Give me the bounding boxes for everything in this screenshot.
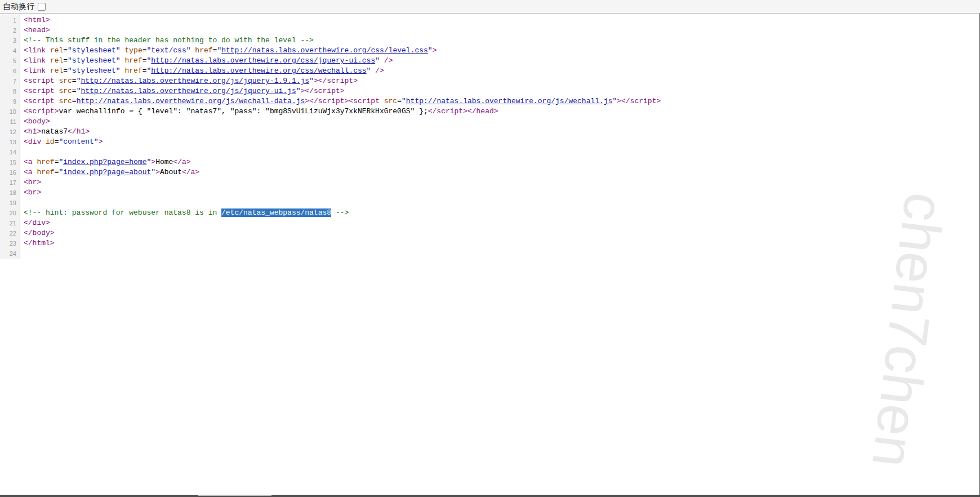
line-number: 4 — [0, 46, 20, 56]
source-line-code: <link rel="stylesheet" type="text/css" h… — [20, 46, 436, 56]
line-number: 24 — [0, 248, 20, 259]
source-line: 23</html> — [0, 238, 980, 248]
line-number: 15 — [0, 157, 20, 167]
source-line: 10<script>var wechallinfo = { "level": "… — [0, 106, 980, 117]
source-token: <h1> — [24, 127, 41, 136]
source-token: src — [59, 87, 72, 95]
line-number: 19 — [0, 198, 20, 208]
source-token — [380, 56, 384, 65]
source-token — [46, 46, 50, 55]
source-token: = — [72, 77, 77, 85]
source-line-code: <script src="http://natas.labs.overthewi… — [20, 76, 358, 86]
source-token: "content" — [59, 137, 98, 146]
wrap-label: 自动换行 — [3, 2, 34, 12]
source-token: " — [309, 77, 314, 85]
source-line-code: <br> — [20, 178, 41, 188]
source-token: <script — [24, 97, 55, 105]
source-token: = — [142, 66, 147, 75]
source-line-code: <script>var wechallinfo = { "level": "na… — [20, 106, 498, 117]
source-link[interactable]: http://natas.labs.overthewire.org/js/wec… — [406, 97, 613, 105]
wrap-checkbox[interactable] — [38, 3, 46, 11]
source-token: ></script><script — [305, 97, 380, 105]
source-token: = — [63, 46, 68, 55]
source-line: 4<link rel="stylesheet" type="text/css" … — [0, 46, 980, 56]
source-link[interactable]: http://natas.labs.overthewire.org/js/wec… — [77, 97, 305, 105]
source-token: "stylesheet" — [68, 46, 121, 55]
line-number: 12 — [0, 127, 20, 137]
source-token: <html> — [24, 16, 50, 24]
source-line: 3<!-- This stuff in the header has nothi… — [0, 36, 980, 46]
source-token: <link — [24, 56, 46, 65]
source-token: href — [195, 46, 212, 55]
source-token: " — [151, 168, 155, 176]
line-number: 13 — [0, 137, 20, 147]
source-token: href — [37, 158, 54, 166]
line-number: 14 — [0, 147, 20, 157]
line-number: 11 — [0, 117, 20, 127]
source-token: = — [72, 87, 77, 95]
source-line-code: <a href="index.php?page=home">Home</a> — [20, 157, 191, 167]
source-token: "stylesheet" — [68, 56, 121, 65]
line-number: 21 — [0, 218, 20, 228]
source-token: </a> — [173, 158, 190, 166]
source-link[interactable]: index.php?page=home — [63, 158, 146, 166]
source-token: /> — [384, 56, 393, 65]
source-line: 11<body> — [0, 117, 980, 127]
source-line: 9<script src=http://natas.labs.overthewi… — [0, 96, 980, 106]
source-token: href — [37, 168, 54, 176]
source-token: src — [59, 97, 72, 105]
source-link[interactable]: http://natas.labs.overthewire.org/css/le… — [221, 46, 428, 55]
line-number: 10 — [0, 106, 20, 117]
source-line-code: <head> — [20, 25, 50, 36]
source-token: href — [124, 56, 142, 65]
source-line: 12<h1>natas7</h1> — [0, 127, 980, 137]
source-line-code: <div id="content"> — [20, 137, 103, 147]
source-token: <a — [24, 158, 33, 166]
source-link[interactable]: http://natas.labs.overthewire.org/css/we… — [151, 66, 366, 75]
source-token: </h1> — [68, 127, 90, 136]
source-token: id — [46, 137, 55, 146]
source-token: "stylesheet" — [68, 66, 121, 75]
source-line: 14 — [0, 147, 980, 157]
source-viewer: 1<html>2<head>3<!-- This stuff in the he… — [0, 14, 980, 259]
source-line-code: <!-- This stuff in the header has nothin… — [20, 36, 314, 46]
source-token: " — [375, 56, 380, 65]
source-line: 24 — [0, 248, 980, 259]
source-line-code — [20, 147, 24, 157]
source-line-code: </div> — [20, 218, 50, 228]
line-number: 2 — [0, 25, 20, 36]
source-token: = — [72, 97, 77, 105]
source-token: ></script> — [617, 97, 661, 105]
source-line: 19 — [0, 198, 980, 208]
source-link[interactable]: http://natas.labs.overthewire.org/js/jqu… — [81, 77, 309, 85]
source-line: 1<html> — [0, 15, 980, 25]
source-token: <!-- This stuff in the header has nothin… — [24, 36, 314, 45]
bottom-edge-bar — [0, 495, 980, 497]
source-token: <body> — [24, 117, 50, 126]
source-link[interactable]: http://natas.labs.overthewire.org/js/jqu… — [81, 87, 296, 95]
source-line-code: <link rel="stylesheet" href="http://nata… — [20, 56, 393, 66]
source-line-code: <script src=http://natas.labs.overthewir… — [20, 96, 661, 106]
source-link[interactable]: http://natas.labs.overthewire.org/css/jq… — [151, 56, 375, 65]
source-line: 8<script src="http://natas.labs.overthew… — [0, 86, 980, 96]
source-token — [380, 97, 384, 105]
source-link[interactable]: index.php?page=about — [63, 168, 151, 176]
source-token: --> — [331, 208, 349, 217]
source-token: rel — [50, 56, 63, 65]
source-token: /> — [375, 66, 384, 75]
source-token: " — [296, 87, 301, 95]
source-token: </html> — [24, 239, 55, 247]
source-token: rel — [50, 66, 63, 75]
source-token: <script — [24, 87, 55, 95]
line-number: 7 — [0, 76, 20, 86]
source-token: " — [402, 97, 406, 105]
source-token: </script></head> — [428, 107, 498, 116]
source-line: 6<link rel="stylesheet" href="http://nat… — [0, 66, 980, 76]
source-line-code: <html> — [20, 15, 50, 25]
source-token — [46, 56, 50, 65]
source-line-code: <br> — [20, 188, 41, 198]
source-line: 2<head> — [0, 25, 980, 36]
source-line-code: <!-- hint: password for webuser natas8 i… — [20, 208, 349, 218]
source-line: 13<div id="content"> — [0, 137, 980, 147]
source-token: " — [428, 46, 433, 55]
